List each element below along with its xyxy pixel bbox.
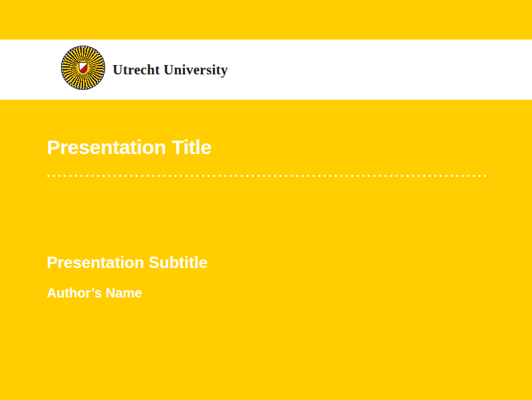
presentation-title: Presentation Title xyxy=(47,137,212,157)
utrecht-university-logo-icon xyxy=(61,46,105,90)
header-band: Utrecht University xyxy=(0,40,532,100)
title-slide: Utrecht University Presentation Title Pr… xyxy=(0,0,532,400)
shield-icon xyxy=(79,62,88,73)
author-name: Author’s Name xyxy=(47,286,142,299)
dotted-divider xyxy=(46,174,488,178)
university-name: Utrecht University xyxy=(113,62,228,78)
presentation-subtitle: Presentation Subtitle xyxy=(47,255,208,271)
